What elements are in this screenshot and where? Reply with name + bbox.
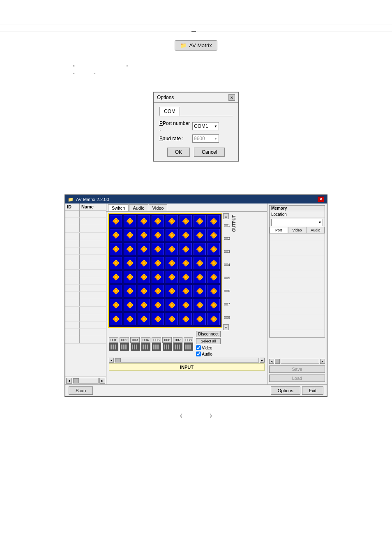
matrix-cell[interactable] xyxy=(138,271,150,283)
matrix-cell[interactable] xyxy=(152,229,164,241)
matrix-cell[interactable] xyxy=(152,243,164,255)
matrix-cell[interactable] xyxy=(110,313,122,325)
select-all-button[interactable]: Select all xyxy=(196,338,220,344)
matrix-cell[interactable] xyxy=(152,271,164,283)
scroll-down-output[interactable]: ▼ xyxy=(223,324,229,330)
matrix-cell[interactable] xyxy=(194,243,206,255)
load-button[interactable]: Load xyxy=(269,375,325,382)
matrix-cell[interactable] xyxy=(152,215,164,227)
av-close-button[interactable]: ✕ xyxy=(318,197,324,202)
matrix-cell[interactable] xyxy=(166,271,178,283)
matrix-cell[interactable] xyxy=(194,215,206,227)
matrix-cell[interactable] xyxy=(138,243,150,255)
matrix-cell[interactable] xyxy=(110,285,122,297)
matrix-cell[interactable] xyxy=(124,313,136,325)
matrix-cell[interactable] xyxy=(124,243,136,255)
input-number-button[interactable]: 005 xyxy=(152,337,161,343)
matrix-cell[interactable] xyxy=(124,285,136,297)
matrix-cell[interactable] xyxy=(208,299,220,311)
matrix-cell[interactable] xyxy=(124,229,136,241)
options-tab-com[interactable]: COM xyxy=(159,107,180,116)
memory-tab-video[interactable]: Video xyxy=(288,227,307,233)
matrix-cell[interactable] xyxy=(208,229,220,241)
input-number-button[interactable]: 001 xyxy=(109,337,118,343)
memory-tab-audio[interactable]: Audio xyxy=(306,227,325,233)
matrix-cell[interactable] xyxy=(152,257,164,269)
input-number-button[interactable]: 004 xyxy=(141,337,150,343)
matrix-cell[interactable] xyxy=(124,299,136,311)
matrix-cell[interactable] xyxy=(124,257,136,269)
matrix-cell[interactable] xyxy=(180,257,192,269)
input-number-button[interactable]: 003 xyxy=(130,337,140,343)
matrix-cell[interactable] xyxy=(180,285,192,297)
matrix-cell[interactable] xyxy=(166,243,178,255)
matrix-cell[interactable] xyxy=(166,285,178,297)
app-title-button[interactable]: 📁 AV Matrix xyxy=(175,40,217,51)
scroll-left-memory[interactable]: ◄ xyxy=(269,359,274,364)
audio-checkbox-label[interactable]: Audio xyxy=(196,352,220,356)
tab-switch[interactable]: Switch xyxy=(108,204,129,211)
options-close-button[interactable]: ✕ xyxy=(228,94,235,101)
matrix-cell[interactable] xyxy=(138,229,150,241)
matrix-cell[interactable] xyxy=(180,215,192,227)
port-number-select[interactable]: COM1 ▼ xyxy=(192,122,219,130)
matrix-cell[interactable] xyxy=(110,215,122,227)
matrix-cell[interactable] xyxy=(194,285,206,297)
location-select[interactable]: ▼ xyxy=(271,219,323,226)
input-number-button[interactable]: 008 xyxy=(184,337,193,343)
matrix-cell[interactable] xyxy=(110,243,122,255)
matrix-cell[interactable] xyxy=(166,215,178,227)
matrix-cell[interactable] xyxy=(194,229,206,241)
tab-video[interactable]: Video xyxy=(149,204,168,211)
matrix-cell[interactable] xyxy=(110,271,122,283)
matrix-cell[interactable] xyxy=(166,257,178,269)
matrix-cell[interactable] xyxy=(194,271,206,283)
matrix-cell[interactable] xyxy=(208,271,220,283)
ok-button[interactable]: OK xyxy=(167,148,190,157)
matrix-cell[interactable] xyxy=(110,229,122,241)
scroll-right-memory[interactable]: ► xyxy=(320,359,325,364)
matrix-cell[interactable] xyxy=(208,285,220,297)
matrix-cell[interactable] xyxy=(208,313,220,325)
matrix-cell[interactable] xyxy=(166,299,178,311)
matrix-cell[interactable] xyxy=(208,215,220,227)
matrix-cell[interactable] xyxy=(166,313,178,325)
scan-button[interactable]: Scan xyxy=(69,386,93,395)
matrix-cell[interactable] xyxy=(152,285,164,297)
scroll-left-button[interactable]: ◄ xyxy=(66,378,72,384)
matrix-cell[interactable] xyxy=(138,257,150,269)
matrix-cell[interactable] xyxy=(138,285,150,297)
scroll-left-matrix[interactable]: ◄ xyxy=(109,358,114,363)
matrix-cell[interactable] xyxy=(124,271,136,283)
matrix-cell[interactable] xyxy=(208,257,220,269)
matrix-cell[interactable] xyxy=(180,299,192,311)
scroll-up-output[interactable]: ▲ xyxy=(223,213,229,219)
matrix-cell[interactable] xyxy=(124,215,136,227)
matrix-cell[interactable] xyxy=(180,271,192,283)
matrix-cell[interactable] xyxy=(208,243,220,255)
matrix-cell[interactable] xyxy=(138,299,150,311)
matrix-cell[interactable] xyxy=(166,229,178,241)
matrix-cell[interactable] xyxy=(180,229,192,241)
matrix-cell[interactable] xyxy=(110,299,122,311)
baud-rate-select[interactable]: 9600 ▼ xyxy=(192,134,219,143)
scroll-right-button[interactable]: ► xyxy=(99,378,105,384)
matrix-cell[interactable] xyxy=(138,215,150,227)
video-checkbox-label[interactable]: Video xyxy=(196,345,220,350)
scroll-right-matrix[interactable]: ► xyxy=(260,358,265,363)
input-number-button[interactable]: 006 xyxy=(162,337,172,343)
audio-checkbox[interactable] xyxy=(196,352,201,356)
save-button[interactable]: Save xyxy=(269,365,325,373)
matrix-cell[interactable] xyxy=(194,299,206,311)
matrix-cell[interactable] xyxy=(194,313,206,325)
matrix-cell[interactable] xyxy=(110,257,122,269)
memory-tab-port[interactable]: Port xyxy=(270,227,288,233)
matrix-cell[interactable] xyxy=(180,243,192,255)
matrix-cell[interactable] xyxy=(152,299,164,311)
matrix-cell[interactable] xyxy=(180,313,192,325)
options-button[interactable]: Options xyxy=(271,386,300,395)
cancel-button[interactable]: Cancel xyxy=(194,148,225,157)
tab-audio[interactable]: Audio xyxy=(129,204,148,211)
exit-button[interactable]: Exit xyxy=(302,386,323,395)
matrix-cell[interactable] xyxy=(152,313,164,325)
